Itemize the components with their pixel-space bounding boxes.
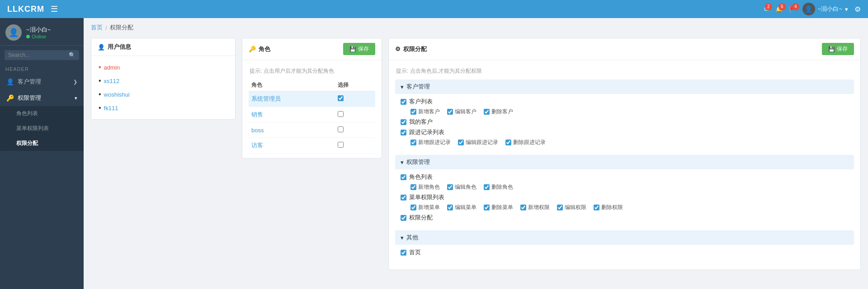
user-panel-title: 👤 用户信息 — [98, 43, 131, 51]
user-link[interactable]: woshishui — [104, 91, 130, 98]
sidebar-submenu-permission: 角色列表 菜单权限列表 权限分配 — [0, 106, 84, 151]
perm-panel-header: ⚙ 权限分配 💾 保存 — [389, 38, 860, 60]
perm-hint: 提示: 点击角色后,才能为其分配权限 — [395, 65, 854, 79]
role-link[interactable]: boss — [251, 127, 264, 134]
perm-sub-label: 删除角色 — [484, 183, 513, 191]
perm-sub-checkbox[interactable] — [458, 140, 464, 145]
role-save-label: 保存 — [358, 45, 369, 53]
sidebar-item-customer[interactable]: 👤 客户管理 ❯ — [0, 74, 84, 90]
perm-item-checkbox[interactable] — [401, 250, 406, 256]
perm-section: ▾ 客户管理客户列表新增客户编辑客户删除客户我的客户跟进记录列表新增跟进记录编辑… — [395, 79, 854, 152]
user-link[interactable]: xs112 — [104, 78, 120, 84]
role-save-icon: 💾 — [349, 46, 356, 52]
role-table-row: boss — [249, 123, 375, 138]
perm-sub-label: 删除客户 — [484, 108, 513, 116]
perm-sub-label: 删除跟进记录 — [505, 139, 546, 146]
breadcrumb: 首页 / 权限分配 — [91, 23, 861, 32]
perm-section: ▾ 其他首页 — [395, 230, 854, 262]
perm-sub-label: 新增客户 — [410, 108, 440, 116]
panels-row: 👤 用户信息 adminxs112woshishuifk111 🔑 角色 � — [91, 38, 861, 270]
sidebar-item-permission-label: 权限管理 — [18, 94, 41, 102]
perm-sub-checkbox[interactable] — [410, 140, 416, 145]
breadcrumb-separator: / — [105, 24, 107, 31]
perm-section-header[interactable]: ▾ 权限管理 — [395, 155, 854, 169]
role-checkbox[interactable] — [338, 126, 344, 132]
perm-sub-checkbox[interactable] — [410, 205, 416, 210]
role-panel: 🔑 角色 💾 保存 提示: 点击用户后才能为其分配角色 角色 — [242, 38, 382, 158]
perm-item-checkbox[interactable] — [401, 215, 406, 221]
flag-icon-wrap[interactable]: 🚩 4 — [789, 6, 796, 13]
role-checkbox[interactable] — [338, 111, 344, 117]
perm-section-body: 角色列表新增角色编辑角色删除角色菜单权限列表新增菜单编辑菜单删除菜单新增权限编辑… — [395, 169, 854, 228]
role-checkbox[interactable] — [338, 95, 344, 101]
perm-item-main: 首页 — [401, 248, 421, 256]
role-link[interactable]: 系统管理员 — [251, 95, 281, 102]
user-list-item[interactable]: woshishui — [98, 88, 229, 101]
perm-sub-checkbox[interactable] — [484, 109, 490, 115]
perm-item-checkbox[interactable] — [401, 174, 406, 180]
role-save-button[interactable]: 💾 保存 — [343, 43, 375, 55]
perm-sub-checkbox[interactable] — [410, 109, 416, 115]
perm-sub-checkbox[interactable] — [520, 205, 526, 210]
perm-sub-checkbox[interactable] — [505, 140, 511, 145]
user-link[interactable]: fk111 — [104, 105, 118, 112]
perm-item-label: 角色列表 — [409, 173, 433, 181]
sidebar-subitem-role-list[interactable]: 角色列表 — [0, 106, 84, 121]
role-table-row: 访客 — [249, 138, 375, 154]
perm-sub-checkbox[interactable] — [557, 205, 563, 210]
role-link[interactable]: 销售 — [251, 111, 263, 118]
perm-sub-checkbox[interactable] — [484, 184, 490, 190]
perm-sub-row: 新增角色编辑角色删除角色 — [401, 183, 849, 191]
sidebar-subitem-menu-perm[interactable]: 菜单权限列表 — [0, 121, 84, 136]
perm-item-checkbox[interactable] — [401, 99, 406, 105]
perm-item-main: 跟进记录列表 — [401, 128, 444, 136]
user-menu[interactable]: 👤 ~泪小白~ ▾ — [802, 3, 848, 15]
perm-sub-text: 编辑角色 — [455, 183, 476, 191]
perm-sub-checkbox[interactable] — [447, 109, 453, 115]
breadcrumb-home[interactable]: 首页 — [91, 23, 103, 32]
sidebar-item-permission[interactable]: 🔑 权限管理 ▾ — [0, 90, 84, 106]
perm-sub-label: 编辑菜单 — [447, 204, 476, 211]
user-list-item[interactable]: xs112 — [98, 74, 229, 88]
perm-section-body: 客户列表新增客户编辑客户删除客户我的客户跟进记录列表新增跟进记录编辑跟进记录删除… — [395, 94, 854, 152]
user-list-item[interactable]: admin — [98, 61, 229, 74]
mail-badge: 2 — [765, 3, 772, 10]
bell-icon-wrap[interactable]: 🔔 6 — [775, 6, 783, 13]
perm-save-label: 保存 — [837, 45, 848, 53]
flag-badge: 4 — [792, 3, 799, 10]
perm-sub-checkbox[interactable] — [410, 184, 416, 190]
perm-item-checkbox[interactable] — [401, 119, 406, 125]
perm-section-header[interactable]: ▾ 其他 — [395, 230, 854, 245]
main-layout: 👤 ~泪小白~ Online 🔍 HEADER 👤 客户管理 ❯ — [0, 18, 868, 289]
settings-icon[interactable]: ⚙ — [854, 5, 861, 14]
perm-item-label: 权限分配 — [409, 214, 433, 222]
sidebar-section-header: HEADER — [0, 63, 84, 74]
perm-section-arrow-icon: ▾ — [401, 159, 404, 166]
perm-sub-checkbox[interactable] — [447, 184, 453, 190]
role-col-role: 角色 — [249, 79, 335, 91]
perm-sub-checkbox[interactable] — [594, 205, 599, 210]
status-label: Online — [32, 34, 46, 39]
role-link[interactable]: 访客 — [251, 142, 263, 149]
perm-item-main: 角色列表 — [401, 173, 433, 181]
hamburger-icon[interactable]: ☰ — [51, 4, 58, 14]
user-link[interactable]: admin — [104, 64, 120, 71]
perm-item-label: 菜单权限列表 — [409, 193, 444, 201]
user-list: adminxs112woshishuifk111 — [98, 61, 229, 115]
perm-sub-checkbox[interactable] — [484, 205, 490, 210]
search-input[interactable] — [8, 52, 69, 58]
sidebar-subitem-perm-assign[interactable]: 权限分配 — [0, 136, 84, 151]
role-checkbox[interactable] — [338, 142, 344, 148]
sidebar-search-box[interactable]: 🔍 — [5, 50, 79, 60]
mail-icon-wrap[interactable]: ✉ 2 — [764, 6, 769, 13]
perm-sub-label: 删除菜单 — [484, 204, 513, 211]
perm-section-header[interactable]: ▾ 客户管理 — [395, 79, 854, 94]
perm-sub-text: 删除角色 — [491, 183, 513, 191]
user-panel-body: adminxs112woshishuifk111 — [91, 56, 235, 119]
perm-item-checkbox[interactable] — [401, 130, 406, 135]
user-list-item[interactable]: fk111 — [98, 101, 229, 115]
perm-sub-checkbox[interactable] — [447, 205, 453, 210]
perm-item-checkbox[interactable] — [401, 195, 406, 200]
perm-sub-text: 新增客户 — [418, 108, 440, 116]
perm-save-button[interactable]: 💾 保存 — [822, 43, 854, 55]
